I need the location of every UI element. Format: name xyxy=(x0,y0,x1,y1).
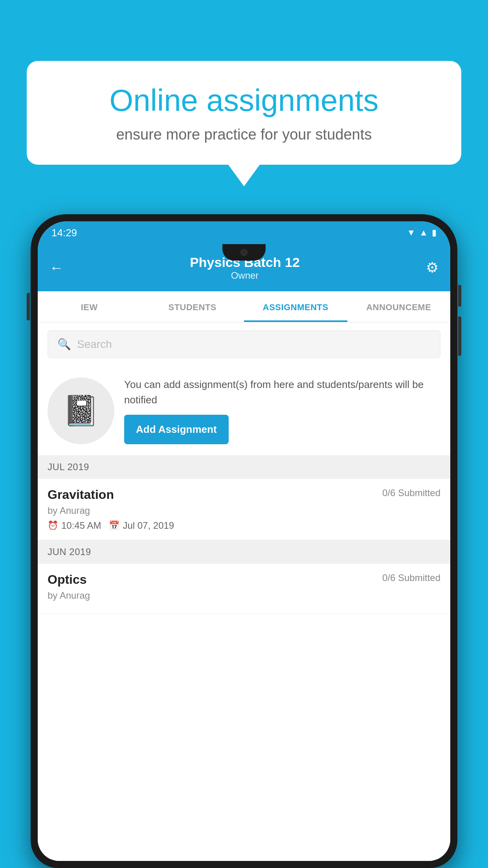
signal-icon: ▲ xyxy=(419,228,428,238)
status-time: 14:29 xyxy=(51,227,77,239)
time-value-gravitation: 10:45 AM xyxy=(61,520,101,531)
search-bar[interactable]: 🔍 Search xyxy=(48,330,440,358)
search-placeholder[interactable]: Search xyxy=(77,338,112,351)
section-jun-label: JUN 2019 xyxy=(48,546,91,557)
wifi-icon: ▼ xyxy=(407,228,415,238)
tabs-bar: IEW STUDENTS ASSIGNMENTS ANNOUNCEME xyxy=(38,291,450,322)
speech-bubble: Online assignments ensure more practice … xyxy=(27,61,461,165)
phone-frame: 14:29 ▼ ▲ ▮ ← Physics Batch 12 Owner ⚙ I… xyxy=(31,214,457,868)
assignment-top-row: Gravitation 0/6 Submitted xyxy=(48,487,440,502)
assignment-date-gravitation: 📅 Jul 07, 2019 xyxy=(109,520,174,531)
batch-subtitle: Owner xyxy=(190,270,300,281)
assignment-title-optics: Optics xyxy=(48,572,87,587)
assignment-submitted-optics: 0/6 Submitted xyxy=(382,572,440,583)
status-icons: ▼ ▲ ▮ xyxy=(407,228,437,238)
assignment-title-gravitation: Gravitation xyxy=(48,487,114,502)
assignment-author-gravitation: by Anurag xyxy=(48,505,440,516)
assignment-time-gravitation: ⏰ 10:45 AM xyxy=(48,520,101,531)
search-container: 🔍 Search xyxy=(38,322,450,366)
section-jun-2019: JUN 2019 xyxy=(38,540,450,564)
promo-right: You can add assignment(s) from here and … xyxy=(124,377,440,444)
phone-notch xyxy=(222,244,266,261)
tab-announcements[interactable]: ANNOUNCEME xyxy=(347,291,451,322)
back-button[interactable]: ← xyxy=(50,259,64,276)
promo-block: 📓 You can add assignment(s) from here an… xyxy=(38,366,450,455)
search-icon: 🔍 xyxy=(57,338,71,351)
assignment-optics[interactable]: Optics 0/6 Submitted by Anurag xyxy=(38,564,450,614)
speech-bubble-container: Online assignments ensure more practice … xyxy=(27,61,461,186)
clock-icon: ⏰ xyxy=(48,520,58,531)
tab-students[interactable]: STUDENTS xyxy=(141,291,244,322)
battery-icon: ▮ xyxy=(432,228,437,238)
phone-screen: 14:29 ▼ ▲ ▮ ← Physics Batch 12 Owner ⚙ I… xyxy=(38,221,450,861)
power-button xyxy=(458,285,461,307)
section-jul-label: JUL 2019 xyxy=(48,462,89,472)
status-bar: 14:29 ▼ ▲ ▮ xyxy=(38,221,450,244)
speech-bubble-subtitle: ensure more practice for your students xyxy=(52,126,436,143)
assignment-gravitation[interactable]: Gravitation 0/6 Submitted by Anurag ⏰ 10… xyxy=(38,479,450,540)
speech-bubble-title: Online assignments xyxy=(52,83,436,118)
promo-icon-circle: 📓 xyxy=(48,377,114,444)
speech-bubble-arrow xyxy=(228,165,260,186)
promo-description: You can add assignment(s) from here and … xyxy=(124,377,440,408)
assignment-meta-gravitation: ⏰ 10:45 AM 📅 Jul 07, 2019 xyxy=(48,520,440,531)
add-assignment-button[interactable]: Add Assignment xyxy=(124,415,229,444)
section-jul-2019: JUL 2019 xyxy=(38,455,450,479)
notebook-icon: 📓 xyxy=(62,394,99,428)
calendar-icon: 📅 xyxy=(109,520,119,531)
tab-overview[interactable]: IEW xyxy=(38,291,141,322)
volume-button xyxy=(27,293,30,320)
tab-assignments[interactable]: ASSIGNMENTS xyxy=(244,291,347,322)
content-area: 🔍 Search 📓 You can add assignment(s) fro… xyxy=(38,322,450,861)
date-value-gravitation: Jul 07, 2019 xyxy=(123,520,174,531)
assignment-author-optics: by Anurag xyxy=(48,590,440,601)
volume-down-button xyxy=(458,316,461,356)
assignment-top-row-optics: Optics 0/6 Submitted xyxy=(48,572,440,587)
assignment-submitted-gravitation: 0/6 Submitted xyxy=(382,487,440,498)
camera xyxy=(240,249,248,256)
settings-button[interactable]: ⚙ xyxy=(426,259,438,276)
